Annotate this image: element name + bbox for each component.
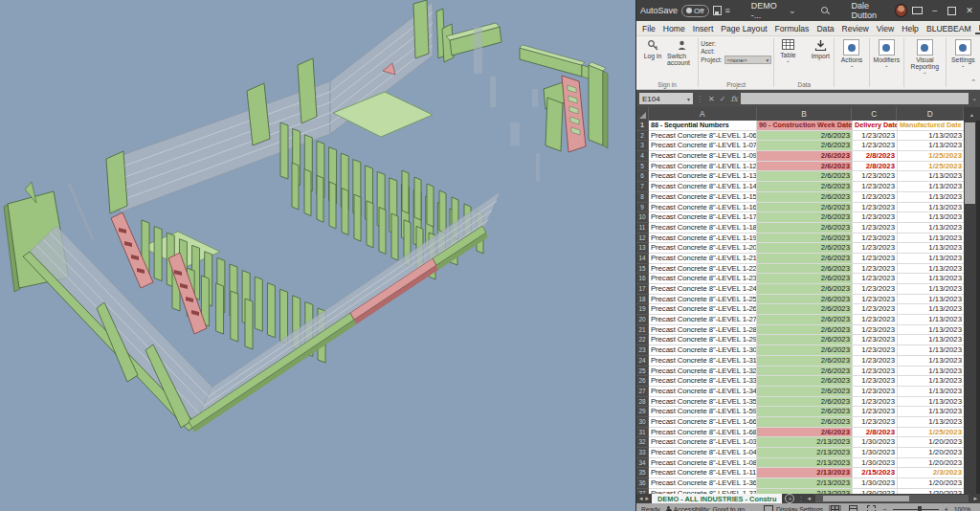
log-in-button[interactable]: Log in <box>638 37 667 66</box>
table-row[interactable]: 11Precast Concrete 8"-LEVEL 1-182/6/2023… <box>636 223 980 233</box>
table-row[interactable]: 10Precast Concrete 8"-LEVEL 1-172/6/2023… <box>636 212 980 223</box>
document-title[interactable]: DEMO -... <box>751 1 785 20</box>
zoom-slider[interactable] <box>893 509 939 510</box>
table-row[interactable]: 12Precast Concrete 8"-LEVEL 1-192/6/2023… <box>636 233 980 244</box>
table-row[interactable]: 6Precast Concrete 8"-LEVEL 1-132/6/20231… <box>636 171 980 182</box>
table-row[interactable]: 7Precast Concrete 8"-LEVEL 1-142/6/20231… <box>636 182 980 192</box>
ribbon-display-options-icon[interactable] <box>911 3 924 18</box>
hscroll-right-icon[interactable]: ▸ <box>973 495 977 502</box>
tab-bluebeam[interactable]: BLUEBEAM <box>923 24 975 33</box>
select-all-corner[interactable] <box>636 107 649 121</box>
table-row[interactable]: 29Precast Concrete 8"-LEVEL 1-592/6/2023… <box>636 407 980 417</box>
table-row[interactable]: 17Precast Concrete 8"-LEVEL 1-242/6/2023… <box>636 284 980 295</box>
table-row[interactable]: 24Precast Concrete 8"-LEVEL 1-312/6/2023… <box>636 356 980 367</box>
table-row[interactable]: 21Precast Concrete 8"-LEVEL 1-282/6/2023… <box>636 325 980 336</box>
close-button[interactable]: ✕ <box>963 3 976 18</box>
page-layout-view-button[interactable] <box>847 505 859 511</box>
table-row[interactable]: 13Precast Concrete 8"-LEVEL 1-202/6/2023… <box>636 243 980 254</box>
hscroll-left-icon[interactable]: ◂ <box>807 495 811 502</box>
table-row[interactable]: 18Precast Concrete 8"-LEVEL 1-252/6/2023… <box>636 295 980 305</box>
tab-data[interactable]: Data <box>813 24 837 33</box>
table-row[interactable]: 19Precast Concrete 8"-LEVEL 1-262/6/2023… <box>636 304 980 315</box>
table-row[interactable]: 16Precast Concrete 8"-LEVEL 1-232/6/2023… <box>636 274 980 284</box>
tab-help[interactable]: Help <box>898 24 923 33</box>
table-row[interactable]: 4Precast Concrete 8"-LEVEL 1-092/6/20232… <box>636 151 980 162</box>
vertical-scroll-thumb[interactable] <box>965 122 975 204</box>
expand-formula-bar-icon[interactable]: ⌄ <box>971 95 977 102</box>
cancel-icon[interactable]: ✕ <box>708 95 715 103</box>
accessibility-status[interactable]: Accessibility: Good to go <box>666 506 745 511</box>
name-box[interactable]: E104▾ <box>639 93 693 104</box>
horizontal-scroll-thumb[interactable] <box>823 496 909 501</box>
tab-formulas[interactable]: Formulas <box>771 24 813 33</box>
table-row[interactable]: 15Precast Concrete 8"-LEVEL 1-222/6/2023… <box>636 264 980 275</box>
tab-file[interactable]: File <box>638 24 659 33</box>
actions-dropdown[interactable]: Actions⌄ <box>835 36 868 89</box>
avatar[interactable] <box>895 4 907 17</box>
insert-function-icon[interactable]: fx <box>730 95 737 103</box>
table-row[interactable]: 33Precast Concrete 8"-LEVEL 1-042/13/202… <box>636 448 980 458</box>
table-row[interactable]: 3Precast Concrete 8"-LEVEL 1-072/6/20231… <box>636 141 980 151</box>
enter-icon[interactable]: ✓ <box>720 95 726 103</box>
chevron-down-icon[interactable]: ⌄ <box>789 7 796 15</box>
vertical-scrollbar[interactable] <box>964 121 976 494</box>
column-header-c[interactable]: C <box>852 107 897 121</box>
sheet-nav-left-icon[interactable]: ◂ <box>639 495 643 502</box>
search-icon[interactable] <box>821 7 829 15</box>
tab-insert[interactable]: Insert <box>689 24 718 33</box>
zoom-level[interactable]: 100% <box>954 506 970 511</box>
table-row[interactable]: 32Precast Concrete 8"-LEVEL 1-032/13/202… <box>636 437 980 448</box>
save-icon[interactable] <box>713 6 722 15</box>
maximize-button[interactable] <box>946 3 959 18</box>
tab-ineight[interactable]: InEight™ <box>975 23 980 34</box>
table-row[interactable]: 30Precast Concrete 8"-LEVEL 1-662/6/2023… <box>636 417 980 428</box>
switch-account-button[interactable]: Switch account <box>667 37 696 66</box>
zoom-in-button[interactable]: + <box>945 506 948 511</box>
table-row[interactable]: 5Precast Concrete 8"-LEVEL 1-122/6/20232… <box>636 162 980 172</box>
table-row[interactable]: 26Precast Concrete 8"-LEVEL 1-332/6/2023… <box>636 376 980 387</box>
table-row[interactable]: 28Precast Concrete 8"-LEVEL 1-352/6/2023… <box>636 397 980 408</box>
more-commands-icon[interactable]: ≡ <box>725 7 730 15</box>
table-row[interactable]: 25Precast Concrete 8"-LEVEL 1-322/6/2023… <box>636 367 980 377</box>
table-row[interactable]: 27Precast Concrete 8"-LEVEL 1-342/6/2023… <box>636 387 980 397</box>
column-header-d[interactable]: D <box>897 107 964 121</box>
normal-view-button[interactable] <box>829 505 841 511</box>
table-row[interactable]: 14Precast Concrete 8"-LEVEL 1-212/6/2023… <box>636 254 980 264</box>
table-row[interactable]: 22Precast Concrete 8"-LEVEL 1-292/6/2023… <box>636 335 980 345</box>
table-row[interactable]: 9Precast Concrete 8"-LEVEL 1-162/6/20231… <box>636 203 980 213</box>
scroll-up-icon[interactable]: ▴ <box>964 107 980 121</box>
sheet-grid[interactable]: 188 - Sequential Numbers90 - Constructio… <box>636 121 980 494</box>
table-row[interactable]: 2Precast Concrete 8"-LEVEL 1-062/6/20231… <box>636 131 980 142</box>
table-row[interactable]: 23Precast Concrete 8"-LEVEL 1-302/6/2023… <box>636 345 980 356</box>
horizontal-scrollbar[interactable] <box>815 495 969 502</box>
table-row[interactable]: 188 - Sequential Numbers90 - Constructio… <box>636 121 980 131</box>
table-row[interactable]: 20Precast Concrete 8"-LEVEL 1-272/6/2023… <box>636 315 980 325</box>
table-row[interactable]: 8Precast Concrete 8"-LEVEL 1-152/6/20231… <box>636 192 980 203</box>
collapse-ribbon-icon[interactable]: ⌃ <box>970 78 976 86</box>
visual-reporting-dropdown[interactable]: Visual Reporting⌄ <box>904 36 946 89</box>
table-row[interactable]: 36Precast Concrete 8"-LEVEL 1-362/13/202… <box>636 478 980 489</box>
zoom-out-button[interactable]: − <box>883 506 887 511</box>
formula-input[interactable] <box>741 93 969 104</box>
tab-view[interactable]: View <box>873 24 898 33</box>
viewport-3d[interactable] <box>0 0 635 511</box>
minimize-button[interactable]: – <box>928 3 942 18</box>
import-button[interactable]: Import <box>806 37 835 64</box>
user-name[interactable]: Dale Dutton <box>851 1 891 20</box>
tab-page-layout[interactable]: Page Layout <box>717 24 770 33</box>
table-row[interactable]: 34Precast Concrete 8"-LEVEL 1-082/13/202… <box>636 458 980 469</box>
autosave-toggle[interactable]: Off <box>681 5 709 17</box>
modifiers-dropdown[interactable]: Modifiers⌄ <box>870 36 903 89</box>
project-select[interactable]: <none>▾ <box>724 56 772 64</box>
display-settings-button[interactable]: Display Settings <box>764 505 823 511</box>
tab-home[interactable]: Home <box>659 24 689 33</box>
table-row[interactable]: 31Precast Concrete 8"-LEVEL 1-682/6/2023… <box>636 428 980 438</box>
tab-review[interactable]: Review <box>838 24 873 33</box>
sheet-nav-right-icon[interactable]: ▸ <box>646 495 650 502</box>
new-sheet-icon[interactable]: + <box>785 494 794 503</box>
zoom-slider-thumb[interactable] <box>918 506 922 511</box>
table-button[interactable]: Table⌄ <box>773 37 802 64</box>
table-row[interactable]: 35Precast Concrete 8"-LEVEL 1-112/13/202… <box>636 468 980 478</box>
table-row[interactable]: 37Precast Concrete 8"-LEVEL 1-372/13/202… <box>636 489 980 494</box>
page-break-view-button[interactable] <box>865 505 878 511</box>
